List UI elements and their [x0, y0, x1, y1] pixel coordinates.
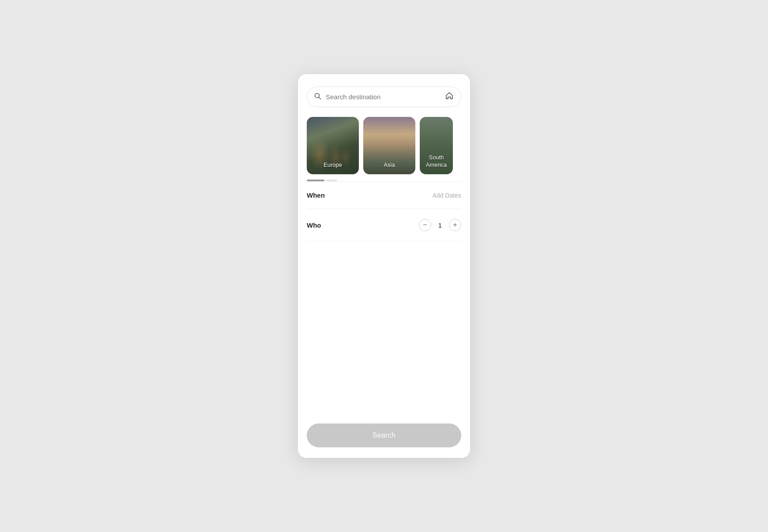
home-icon[interactable]	[445, 91, 454, 102]
bottom-section: When Add Dates Who − 1 + Search	[298, 182, 470, 458]
decrement-button[interactable]: −	[419, 219, 431, 231]
destination-asia-label: Asia	[363, 161, 415, 169]
destination-south-america[interactable]: SouthAmerica	[420, 117, 453, 174]
when-label: When	[307, 191, 325, 199]
add-dates-button[interactable]: Add Dates	[433, 192, 461, 199]
svg-line-1	[319, 97, 321, 99]
search-bar[interactable]	[307, 86, 461, 107]
guest-counter: − 1 +	[419, 219, 461, 231]
who-row: Who − 1 +	[307, 209, 461, 241]
destination-europe-label: Europe	[307, 161, 359, 169]
scroll-indicator	[298, 174, 470, 181]
search-input[interactable]	[326, 93, 445, 101]
plus-icon: +	[453, 221, 457, 229]
destination-asia[interactable]: Asia	[363, 117, 415, 174]
search-button[interactable]: Search	[307, 423, 461, 447]
scroll-dot-inactive	[326, 180, 337, 181]
destination-south-america-label: SouthAmerica	[420, 154, 453, 169]
form-section: When Add Dates Who − 1 +	[298, 182, 470, 416]
top-section: Europe Asia SouthAmerica	[298, 74, 470, 174]
increment-button[interactable]: +	[449, 219, 461, 231]
search-btn-container: Search	[298, 416, 470, 458]
who-label: Who	[307, 221, 321, 229]
destinations-row: Europe Asia SouthAmerica	[307, 117, 461, 174]
app-card: Europe Asia SouthAmerica When	[298, 74, 470, 458]
guest-count: 1	[437, 221, 444, 229]
search-icon	[314, 93, 321, 101]
when-row[interactable]: When Add Dates	[307, 182, 461, 209]
minus-icon: −	[423, 221, 427, 229]
destination-europe[interactable]: Europe	[307, 117, 359, 174]
